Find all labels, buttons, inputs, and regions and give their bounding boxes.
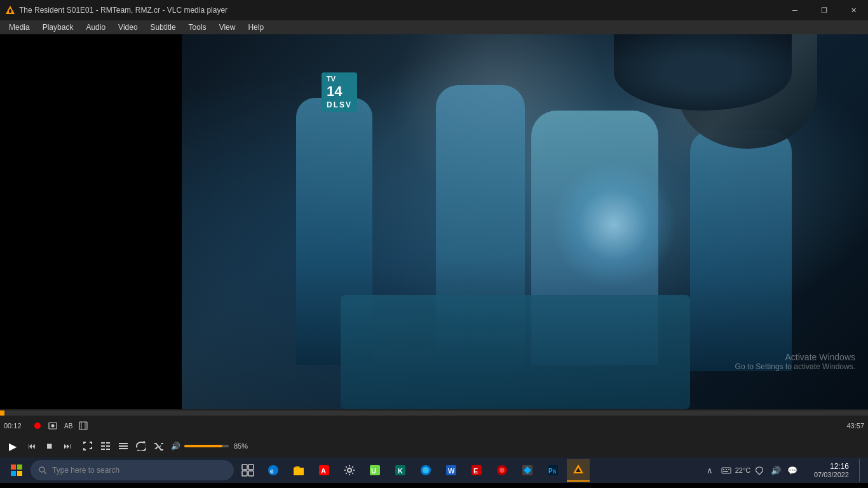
app-diamond-button[interactable] (516, 459, 539, 482)
menu-help[interactable]: Help (241, 20, 270, 34)
title-bar: The Resident S01E01 - RMTeam, RMZ.cr - V… (0, 0, 868, 20)
svg-rect-18 (119, 448, 128, 449)
prev-button[interactable]: ⏮ (24, 438, 39, 454)
svg-rect-2 (10, 9, 11, 10)
edge2-icon (419, 464, 432, 477)
tray-expand-button[interactable]: ∧ (703, 464, 716, 477)
video-area[interactable]: TV 14 DLSV Activate Windows Go to Settin… (0, 34, 868, 409)
menu-playback[interactable]: Playback (36, 20, 80, 34)
svg-text:U: U (371, 467, 376, 475)
vlc-taskbar-icon (572, 463, 585, 476)
loop-ab-button[interactable]: AB (61, 419, 75, 433)
app-circle-button[interactable] (491, 459, 513, 482)
search-bar[interactable]: Type here to search (31, 460, 234, 480)
svg-text:W: W (448, 467, 455, 475)
lamp-circle (614, 34, 792, 111)
svg-point-3 (34, 423, 41, 429)
keyboard-icon (720, 464, 733, 477)
playlist-button[interactable] (116, 438, 131, 454)
menu-tools[interactable]: Tools (182, 20, 213, 34)
svg-rect-20 (17, 464, 22, 470)
close-button[interactable]: ✕ (839, 0, 868, 20)
svg-point-40 (423, 467, 429, 473)
fullscreen-button[interactable] (80, 438, 95, 454)
taskview-button[interactable] (236, 459, 259, 482)
volume-icon[interactable]: 🔊 (169, 440, 182, 452)
svg-rect-1 (9, 10, 11, 13)
svg-rect-17 (119, 445, 128, 447)
volume-tray-icon[interactable]: 🔊 (770, 464, 782, 477)
svg-rect-26 (248, 464, 254, 470)
tv-descriptors: DLSV (327, 100, 352, 109)
kaspersky-icon: K (394, 464, 407, 477)
svg-rect-57 (723, 471, 728, 472)
word-icon: W (445, 464, 458, 477)
svg-text:e: e (270, 468, 274, 475)
svg-text:Ps: Ps (548, 468, 557, 475)
svg-text:E: E (473, 467, 478, 475)
taskbar-right: ∧ 22°C 🔊 💬 12:16 07/03 (698, 459, 863, 482)
search-icon (38, 466, 47, 475)
menu-view[interactable]: View (213, 20, 242, 34)
app-e-icon: E (470, 464, 483, 477)
network-icon[interactable] (753, 464, 766, 477)
snapshot-button[interactable] (46, 419, 60, 433)
menu-audio[interactable]: Audio (79, 20, 112, 34)
upwork-button[interactable]: U (363, 459, 386, 482)
show-desktop-button[interactable] (859, 459, 863, 482)
progress-bar[interactable] (0, 410, 868, 416)
svg-point-5 (51, 424, 55, 428)
search-placeholder: Type here to search (52, 466, 119, 475)
loop-button[interactable] (133, 438, 149, 454)
menu-media[interactable]: Media (3, 20, 36, 34)
minimize-button[interactable]: ─ (780, 0, 810, 20)
activate-windows-title: Activate Windows (735, 352, 855, 362)
time-total: 43:57 (841, 422, 864, 430)
extended-settings-button[interactable] (98, 438, 113, 454)
svg-rect-7 (79, 422, 87, 430)
frame-counter-button[interactable] (76, 419, 90, 433)
clock-time: 12:16 (814, 462, 849, 471)
progress-track (0, 410, 868, 416)
controls-bar: 00:12 AB 43:57 (0, 417, 868, 435)
photoshop-button[interactable]: Ps (541, 459, 564, 482)
svg-rect-53 (722, 468, 731, 473)
menu-video[interactable]: Video (112, 20, 144, 34)
edge-icon-button[interactable]: e (262, 459, 285, 482)
volume-slider[interactable] (184, 445, 229, 447)
notifications-icon[interactable]: 💬 (786, 464, 799, 477)
file-explorer-icon (292, 464, 305, 477)
maximize-button[interactable]: ❐ (810, 0, 839, 20)
menu-bar: Media Playback Audio Video Subtitle Tool… (0, 20, 868, 34)
clock[interactable]: 12:16 07/03/2022 (809, 462, 854, 478)
word-button[interactable]: W (440, 459, 463, 482)
svg-rect-21 (11, 471, 16, 476)
settings-button[interactable] (338, 459, 361, 482)
edge2-button[interactable] (414, 459, 437, 482)
menu-subtitle[interactable]: Subtitle (144, 20, 182, 34)
svg-rect-22 (17, 471, 22, 476)
operating-table (341, 295, 690, 409)
start-button[interactable] (5, 459, 28, 482)
svg-rect-56 (728, 469, 729, 470)
play-button[interactable]: ▶ (4, 437, 22, 455)
acrobat-button[interactable]: A (313, 459, 336, 482)
svg-rect-11 (106, 442, 110, 444)
kaspersky-button[interactable]: K (389, 459, 412, 482)
svg-text:A: A (321, 467, 326, 475)
app-e-button[interactable]: E (465, 459, 488, 482)
vlc-taskbar-button[interactable] (567, 459, 590, 482)
taskbar: Type here to search e A (0, 458, 868, 483)
shuffle-button[interactable] (151, 438, 166, 454)
next-button[interactable]: ⏭ (60, 438, 75, 454)
svg-rect-55 (726, 469, 727, 470)
bottom-controls-bar: ▶ ⏮ ⏹ ⏭ 🔊 85% (0, 435, 868, 458)
file-explorer-button[interactable] (287, 459, 310, 482)
stop-button[interactable]: ⏹ (42, 438, 57, 454)
record-button[interactable] (31, 419, 44, 433)
svg-point-23 (39, 467, 44, 472)
edge-icon: e (267, 464, 280, 477)
time-current: 00:12 (4, 422, 27, 430)
acrobat-icon: A (318, 464, 330, 477)
svg-point-46 (499, 468, 505, 473)
